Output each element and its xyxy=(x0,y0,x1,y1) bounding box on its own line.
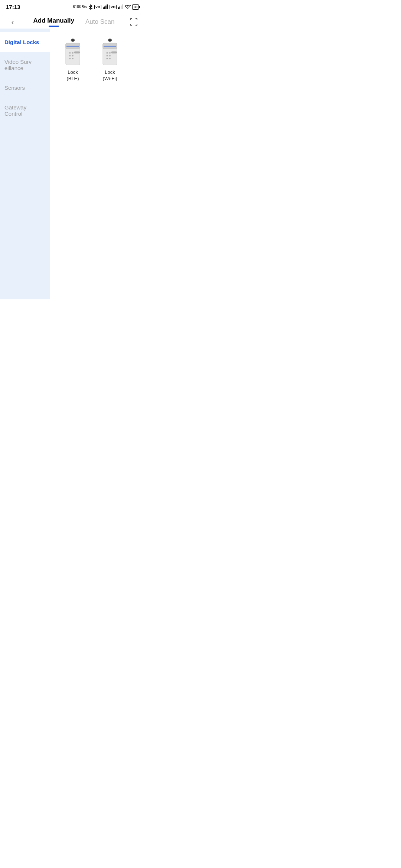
svg-point-30 xyxy=(109,58,111,59)
status-time: 17:13 xyxy=(6,4,20,10)
svg-point-11 xyxy=(72,39,74,41)
tab-auto-scan[interactable]: Auto Scan xyxy=(85,18,114,26)
sidebar-item-digital-locks[interactable]: Digital Locks xyxy=(0,32,50,52)
lock-wifi-icon-wrapper xyxy=(97,34,123,68)
svg-point-15 xyxy=(69,55,71,57)
battery-indicator: 30 xyxy=(132,4,139,10)
svg-point-18 xyxy=(72,58,74,59)
signal-bars-1 xyxy=(103,4,108,10)
svg-point-23 xyxy=(109,39,111,41)
back-arrow-icon: ‹ xyxy=(12,18,14,26)
back-button[interactable]: ‹ xyxy=(6,15,19,29)
device-item-lock-wifi[interactable]: Lock(Wi-Fi) xyxy=(93,34,127,82)
lock-ble-icon-wrapper xyxy=(59,34,86,68)
status-icons: 618KB/s VO VO xyxy=(73,4,139,10)
device-grid: Lock(BLE) xyxy=(50,29,145,299)
svg-point-28 xyxy=(109,55,111,57)
scan-icon[interactable] xyxy=(128,17,139,27)
svg-rect-12 xyxy=(74,52,80,53)
svg-point-13 xyxy=(69,52,71,54)
svg-point-27 xyxy=(106,55,108,57)
tab-add-manually[interactable]: Add Manually xyxy=(33,17,75,27)
svg-point-25 xyxy=(106,52,108,54)
sidebar-item-gateway-control[interactable]: Gateway Control xyxy=(0,98,50,124)
svg-point-16 xyxy=(72,55,74,57)
network-speed: 618KB/s xyxy=(73,5,87,9)
svg-rect-6 xyxy=(121,6,122,9)
bluetooth-icon xyxy=(88,4,93,10)
volte-icon-2: VO xyxy=(110,5,117,9)
svg-rect-1 xyxy=(104,6,105,9)
wifi-icon xyxy=(125,5,131,9)
svg-rect-2 xyxy=(105,6,107,9)
svg-rect-5 xyxy=(119,6,120,9)
svg-rect-24 xyxy=(111,52,117,53)
status-bar: 17:13 618KB/s VO VO xyxy=(0,0,145,12)
svg-rect-3 xyxy=(107,4,108,9)
main-content: Digital Locks Video Surv eillance Sensor… xyxy=(0,29,145,299)
lock-ble-icon xyxy=(62,35,83,67)
svg-point-29 xyxy=(106,58,108,59)
sidebar-item-sensors[interactable]: Sensors xyxy=(0,78,50,98)
volte-icon: VO xyxy=(94,5,101,9)
signal-bars-2 xyxy=(118,4,123,10)
svg-point-14 xyxy=(72,52,74,54)
svg-rect-0 xyxy=(103,7,104,9)
header-tabs: Add Manually Auto Scan xyxy=(19,17,128,27)
lock-wifi-icon xyxy=(100,35,120,67)
sidebar-label-video: Video Surv eillance xyxy=(4,59,32,71)
svg-point-26 xyxy=(109,52,111,54)
device-item-lock-ble[interactable]: Lock(BLE) xyxy=(56,34,89,82)
sidebar-item-video-surveillance[interactable]: Video Surv eillance xyxy=(0,52,50,78)
header: ‹ Add Manually Auto Scan xyxy=(0,12,145,29)
device-label-lock-wifi: Lock(Wi-Fi) xyxy=(103,69,117,82)
sidebar: Digital Locks Video Surv eillance Sensor… xyxy=(0,29,50,299)
svg-rect-4 xyxy=(118,7,119,9)
device-label-lock-ble: Lock(BLE) xyxy=(66,69,79,82)
svg-rect-31 xyxy=(104,46,116,47)
tab-underline xyxy=(49,26,59,27)
svg-rect-7 xyxy=(122,4,123,9)
svg-rect-19 xyxy=(66,46,79,47)
svg-point-17 xyxy=(69,58,71,59)
